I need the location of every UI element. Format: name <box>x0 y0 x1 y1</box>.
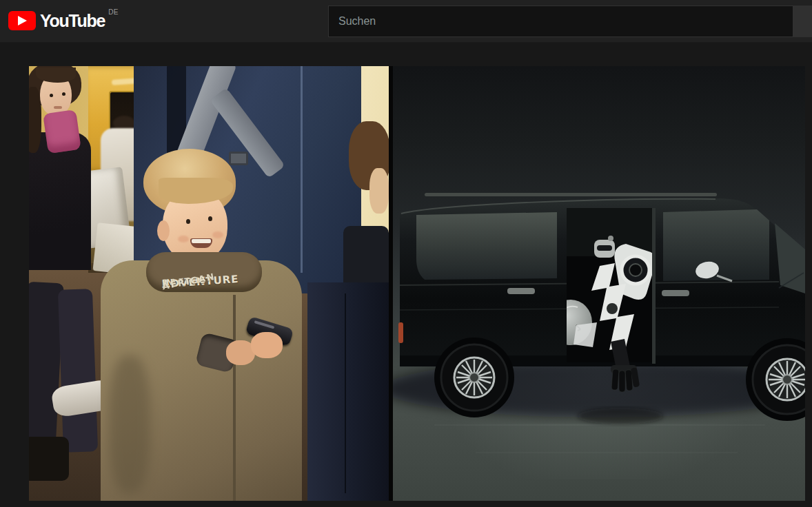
front-door-handle <box>662 290 689 296</box>
scene-station: 12 <box>29 66 389 501</box>
girl-mouth <box>54 106 62 109</box>
boy-hand <box>251 332 283 358</box>
search-button[interactable] <box>793 6 812 37</box>
robot-knee-joint <box>607 303 618 314</box>
girl-coat <box>29 132 91 270</box>
robot-reflection <box>578 408 663 424</box>
jacket-zipper-highlight <box>301 66 303 273</box>
youtube-logo[interactable]: YouTube DE <box>8 10 119 32</box>
youtube-wordmark: YouTube <box>40 10 105 32</box>
girl-eye <box>50 94 53 97</box>
van-robot-art <box>393 66 805 501</box>
door-edge <box>652 208 656 364</box>
sliding-door-handle <box>507 288 535 294</box>
strap-buckle <box>229 152 248 165</box>
taillight <box>398 322 403 343</box>
girl-pink-scarf <box>43 110 81 154</box>
jacket-shadow <box>109 355 150 493</box>
boy-ear <box>157 220 170 241</box>
quarter-window <box>416 212 557 280</box>
girl-eye <box>62 92 65 96</box>
boy-smile <box>190 238 212 248</box>
boy-cheek <box>178 236 189 242</box>
boy-cheek <box>212 231 223 238</box>
second-kid-face <box>369 168 389 214</box>
masthead: YouTube DE <box>0 0 812 43</box>
jeans-seam <box>345 293 346 493</box>
boy-teeth <box>192 239 211 243</box>
search-input[interactable] <box>328 6 793 37</box>
video-player[interactable]: 12 <box>29 66 805 501</box>
robot-visor <box>597 245 612 251</box>
search-bar <box>328 6 812 37</box>
scene-van-robot <box>393 66 805 501</box>
roof-rail <box>425 193 717 196</box>
dark-boot <box>29 437 69 481</box>
rear-wheel <box>434 338 514 417</box>
youtube-page: YouTube DE 12 <box>0 0 812 507</box>
country-code: DE <box>108 8 119 16</box>
boy-eye <box>186 219 190 224</box>
bystander-leg <box>58 289 98 453</box>
adult-legs <box>307 282 389 501</box>
boy-eye <box>208 216 212 221</box>
youtube-play-icon <box>8 11 36 30</box>
